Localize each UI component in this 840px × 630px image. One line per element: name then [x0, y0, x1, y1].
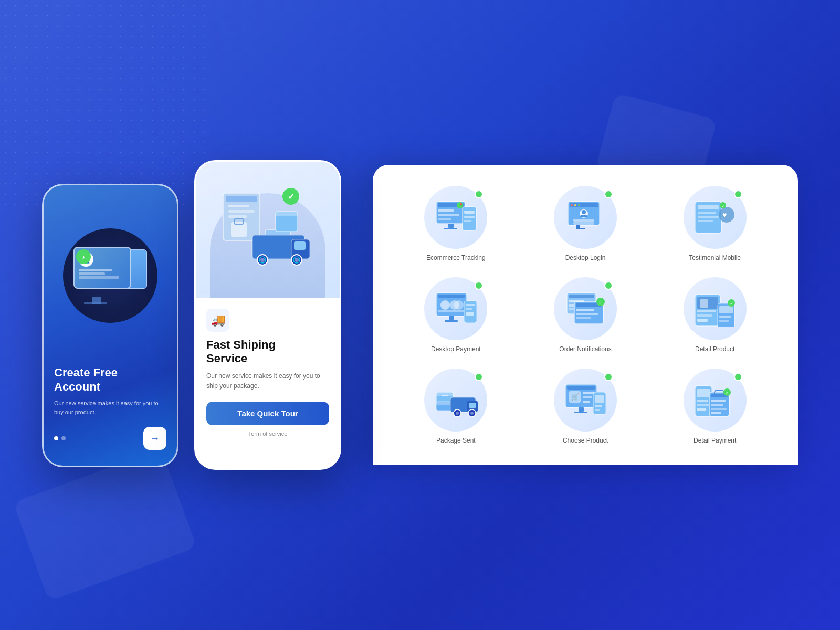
icon-circle-detail-product: ✓: [684, 277, 747, 340]
truck-icon: 🚚: [211, 313, 225, 327]
icon-label-package: Package Sent: [436, 437, 476, 444]
svg-rect-1: [226, 196, 257, 202]
svg-rect-81: [697, 310, 716, 312]
checkmark-badge: ✓: [282, 188, 299, 205]
svg-rect-29: [464, 216, 475, 218]
icon-item-detail-product[interactable]: ✓ Detail Product: [684, 277, 747, 353]
svg-rect-124: [711, 404, 723, 406]
svg-point-56: [440, 300, 450, 310]
status-dot-login: [604, 190, 613, 198]
svg-rect-97: [469, 403, 476, 408]
svg-rect-125: [711, 408, 727, 410]
choose-product-icon: 🛒: [563, 382, 607, 418]
svg-rect-61: [445, 320, 458, 322]
svg-rect-55: [438, 295, 465, 298]
phone2-screen: ✓: [194, 160, 341, 470]
next-arrow-button[interactable]: →: [143, 427, 166, 450]
terms-of-service-link[interactable]: Term of service: [206, 430, 329, 437]
svg-rect-126: [711, 412, 721, 414]
svg-text:♥: ♥: [722, 211, 727, 219]
icon-item-choose-product[interactable]: 🛒 Choose Product: [554, 369, 617, 444]
svg-rect-25: [448, 224, 454, 228]
svg-rect-24: [438, 218, 451, 220]
status-dot-choose: [604, 373, 613, 381]
phone2-content: 🚚 Fast ShipingService Our new service ma…: [196, 298, 340, 468]
svg-rect-85: [719, 306, 733, 313]
icon-label-notifications: Order Notifications: [559, 345, 611, 353]
svg-rect-107: [583, 396, 592, 398]
order-notifications-icon: !: [563, 290, 607, 327]
svg-text:✓: ✓: [721, 204, 725, 208]
svg-rect-112: [595, 395, 604, 403]
svg-rect-117: [697, 400, 708, 402]
delivery-illustration: ✓: [215, 183, 320, 277]
svg-rect-44: [577, 228, 585, 229]
icon-circle-payment: [424, 277, 487, 340]
svg-rect-119: [697, 408, 706, 411]
svg-rect-110: [574, 412, 587, 413]
icon-circle-detail-payment: ✓: [684, 369, 747, 432]
svg-rect-2: [228, 205, 249, 207]
svg-rect-41: [573, 219, 594, 222]
svg-rect-80: [700, 299, 708, 308]
svg-rect-123: [711, 400, 726, 402]
svg-rect-4: [228, 215, 247, 218]
svg-rect-22: [438, 209, 454, 212]
svg-rect-64: [466, 308, 472, 310]
phone1-content: Create FreeAccount Our new service makes…: [54, 361, 166, 455]
icon-label-detail-product: Detail Product: [695, 345, 734, 353]
phone1-description: Our new service makes it easy for you to…: [54, 399, 166, 416]
take-quick-tour-button[interactable]: Take Quick Tour: [206, 402, 329, 425]
icon-circle-login: [554, 186, 617, 249]
icon-item-desktop-payment[interactable]: Desktop Payment: [424, 277, 487, 353]
svg-rect-109: [579, 407, 584, 412]
svg-point-58: [454, 300, 464, 310]
icon-item-detail-payment[interactable]: ✓ Detail Payment: [684, 369, 747, 444]
phone1-screen: 👤 › Create Free: [42, 184, 178, 467]
icon-circle-choose: 🛒: [554, 369, 617, 432]
svg-point-36: [574, 204, 576, 206]
svg-rect-74: [576, 313, 598, 315]
svg-rect-27: [463, 207, 476, 230]
status-dot-package: [475, 373, 483, 381]
icon-grid-panel: 📍 Ecommerce Tracking: [373, 165, 798, 465]
icon-item-desktop-login[interactable]: Desktop Login: [554, 186, 617, 261]
icon-label-ecommerce: Ecommerce Tracking: [426, 254, 486, 261]
svg-rect-42: [573, 222, 594, 225]
svg-rect-106: [583, 392, 594, 394]
svg-point-35: [571, 204, 573, 206]
svg-rect-114: [595, 409, 600, 411]
icon-label-detail-payment: Detail Payment: [694, 437, 736, 444]
svg-point-76: [596, 298, 605, 306]
svg-rect-67: [569, 295, 594, 298]
icon-item-order-notifications[interactable]: ! Order Notifications: [554, 277, 617, 353]
icon-circle-ecommerce: 📍: [424, 186, 487, 249]
svg-point-99: [456, 412, 459, 415]
phone2-title-text: Fast ShipingService: [206, 338, 276, 365]
icon-label-login: Desktop Login: [565, 254, 606, 261]
icon-item-package-sent[interactable]: Package Sent: [424, 369, 487, 444]
icon-circle-notifications: !: [554, 277, 617, 340]
svg-rect-73: [576, 309, 594, 311]
svg-rect-28: [464, 211, 475, 214]
shipping-service-icon: 🚚: [206, 309, 229, 332]
svg-rect-108: [583, 401, 590, 403]
svg-point-101: [470, 412, 474, 415]
desktop-login-icon: [563, 199, 607, 236]
svg-rect-26: [444, 228, 457, 229]
svg-point-17: [295, 258, 299, 262]
svg-text:🛒: 🛒: [571, 393, 579, 401]
dot-2: [61, 436, 66, 440]
status-dot-notifications: [604, 281, 613, 290]
icon-item-testimonial-mobile[interactable]: ♥ ✓ Testimonial Mobile: [684, 186, 747, 261]
svg-rect-49: [698, 220, 713, 222]
icon-circle-testimonial: ♥ ✓: [684, 186, 747, 249]
status-dot-detail-payment: [734, 373, 742, 381]
icon-item-ecommerce-tracking[interactable]: 📍 Ecommerce Tracking: [424, 186, 487, 261]
svg-text:📍: 📍: [458, 203, 464, 208]
dot-1: [54, 436, 58, 440]
dark-circle: 👤 ›: [63, 228, 158, 323]
svg-rect-40: [580, 215, 587, 217]
svg-rect-59: [438, 310, 464, 312]
green-arrow-badge: ›: [76, 249, 91, 264]
